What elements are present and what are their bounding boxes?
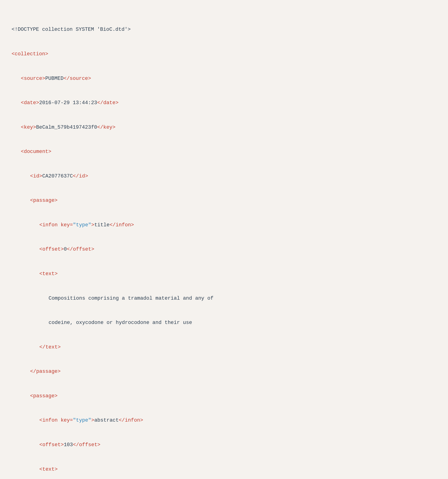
tag-offset2-close: </offset> — [73, 442, 100, 448]
line-passage1-close: </passage> — [30, 367, 436, 376]
line-infon2: <infon key="type">abstract</infon> — [39, 416, 436, 424]
line-key: <key>BeCalm_579b4197423f0</key> — [21, 123, 436, 131]
tag-key-open: <key> — [21, 125, 36, 130]
tag-text2-open: <text> — [39, 466, 58, 472]
tag-infon2-open: <infon key= — [39, 418, 73, 423]
tag-source-close: </source> — [64, 76, 91, 81]
date-value: 2016-07-29 13:44:23 — [39, 100, 97, 106]
line-doctype: <!DOCTYPE collection SYSTEM 'BioC.dtd'> — [12, 26, 436, 33]
id-value: CA2077637C — [42, 173, 73, 179]
tag-key-close: </key> — [97, 125, 115, 130]
title-text1: Compositions comprising a tramadol mater… — [49, 295, 213, 301]
tag-infon2-mid: > — [91, 418, 94, 423]
line-text2-open: <text> — [39, 465, 436, 473]
tag-id-close: </id> — [73, 173, 88, 179]
infon1-attr-value: "type" — [73, 222, 91, 228]
tag-offset1-close: </offset> — [67, 246, 94, 252]
tag-passage1-close: </passage> — [30, 369, 61, 374]
tag-date-close: </date> — [97, 100, 119, 106]
line-title-text2: codeine, oxycodone or hydrocodone and th… — [49, 319, 436, 327]
line-infon1: <infon key="type">title</infon> — [39, 221, 436, 229]
tag-date-open: <date> — [21, 100, 39, 106]
line-date: <date>2016-07-29 13:44:23</date> — [21, 99, 436, 107]
infon1-text: title — [94, 222, 110, 228]
line-document-open: <document> — [21, 148, 436, 156]
tag-infon2-close: </infon> — [119, 418, 143, 423]
tag-passage1-open: <passage> — [30, 198, 58, 203]
offset1-value: 0 — [64, 246, 67, 252]
tag-id-open: <id> — [30, 173, 42, 179]
tag-offset2-open: <offset> — [39, 442, 64, 448]
line-passage2-open: <passage> — [30, 392, 436, 400]
infon2-attr-value: "type" — [73, 418, 91, 423]
line-source: <source>PUBMED</source> — [21, 74, 436, 83]
tag-text1-open: <text> — [39, 271, 58, 277]
xml-viewer: <!DOCTYPE collection SYSTEM 'BioC.dtd'> … — [12, 9, 436, 479]
tag-source-open: <source> — [21, 76, 45, 81]
offset2-value: 103 — [64, 442, 73, 448]
tag-passage2-open: <passage> — [30, 393, 58, 399]
line-offset1: <offset>0</offset> — [39, 245, 436, 253]
line-text1-close: </text> — [39, 343, 436, 351]
doctype-declaration: <!DOCTYPE collection SYSTEM 'BioC.dtd'> — [12, 27, 131, 32]
title-text2: codeine, oxycodone or hydrocodone and th… — [49, 320, 192, 326]
tag-collection-open: <collection> — [12, 51, 48, 57]
tag-infon1-open: <infon key= — [39, 222, 73, 228]
line-passage1-open: <passage> — [30, 196, 436, 205]
line-text1-open: <text> — [39, 270, 436, 278]
line-id: <id>CA2077637C</id> — [30, 172, 436, 180]
line-collection-open: <collection> — [12, 50, 436, 58]
tag-infon1-mid: > — [91, 222, 94, 228]
infon2-text: abstract — [94, 418, 119, 423]
tag-text1-close: </text> — [39, 344, 61, 350]
tag-document-open: <document> — [21, 149, 51, 155]
tag-offset1-open: <offset> — [39, 246, 64, 252]
key-value: BeCalm_579b4197423f0 — [36, 125, 97, 130]
line-title-text1: Compositions comprising a tramadol mater… — [49, 294, 436, 302]
tag-infon1-close: </infon> — [110, 222, 134, 228]
source-value: PUBMED — [45, 76, 64, 81]
line-offset2: <offset>103</offset> — [39, 441, 436, 449]
